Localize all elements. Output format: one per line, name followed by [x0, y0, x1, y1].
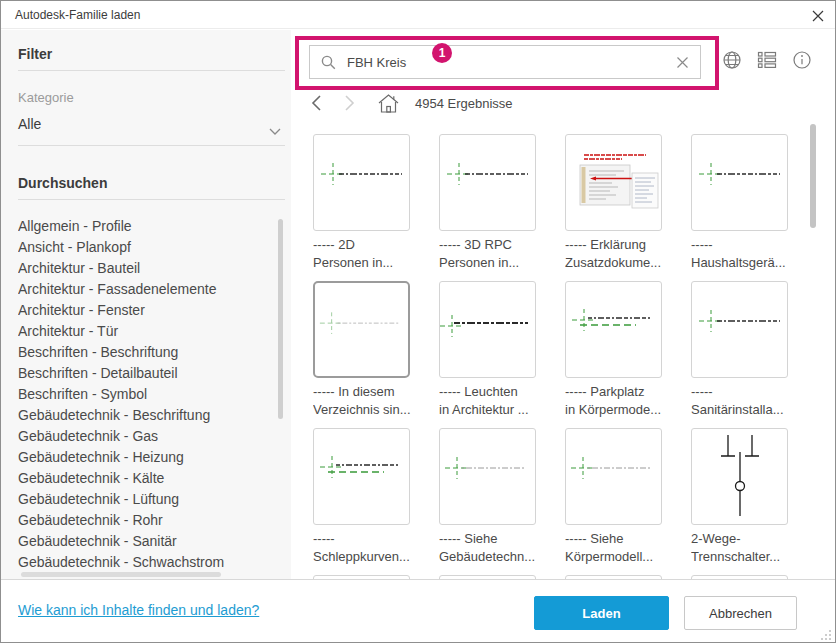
results-count: 4954 Ergebnisse: [415, 96, 513, 111]
family-caption-line: in Körpermode...: [565, 401, 677, 419]
family-caption-line: Zusatzdokume...: [565, 254, 677, 272]
family-caption-line: Verzeichnis sin...: [313, 401, 425, 419]
forward-icon[interactable]: [343, 93, 361, 113]
family-caption: -----Schleppkurven...: [313, 530, 425, 566]
load-autodesk-family-dialog: Autodesk-Familie laden Filter Kategorie …: [0, 0, 836, 643]
divider: [18, 70, 285, 71]
back-icon[interactable]: [309, 93, 327, 113]
sidebar-category-item[interactable]: Architektur - Tür: [18, 321, 277, 342]
sidebar-category-item[interactable]: Gebäudetechnik - Sanitär: [18, 531, 277, 552]
family-thumbnail[interactable]: [691, 428, 788, 525]
sidebar-category-item[interactable]: Gebäudetechnik - Schwachstrom: [18, 552, 277, 571]
sidebar-category-item[interactable]: Gebäudetechnik - Gas: [18, 426, 277, 447]
family-card[interactable]: -----Haushaltsgerä...: [691, 134, 788, 272]
family-caption-line: ----- Parkplatz: [565, 383, 677, 401]
family-caption-line: Schleppkurven...: [313, 548, 425, 566]
family-caption-line: ----- Siehe: [565, 530, 677, 548]
clear-search-icon[interactable]: [675, 55, 690, 70]
family-caption-line: 2-Wege-: [691, 530, 803, 548]
view-toolbar: [722, 50, 812, 70]
sidebar-category-item[interactable]: Gebäudetechnik - Heizung: [18, 447, 277, 468]
family-caption-line: ----- In diesem: [313, 383, 425, 401]
family-caption: ----- 3D RPCPersonen in...: [439, 236, 551, 272]
search-icon: [320, 54, 337, 71]
family-caption-line: Personen in...: [313, 254, 425, 272]
family-caption: ----- 2DPersonen in...: [313, 236, 425, 272]
sidebar-category-item[interactable]: Gebäudetechnik - Beschriftung: [18, 405, 277, 426]
sidebar-category-item[interactable]: Gebäudetechnik - Kälte: [18, 468, 277, 489]
dialog-footer: Wie kann ich Inhalte finden und laden? L…: [1, 579, 835, 642]
family-thumbnail[interactable]: [691, 281, 788, 378]
family-caption: ----- SieheKörpermodell...: [565, 530, 677, 566]
family-thumbnail[interactable]: [439, 134, 536, 231]
family-caption: ----- Leuchtenin Architektur ...: [439, 383, 551, 419]
results-grid-wrap: ----- 2DPersonen in...----- 3D RPCPerson…: [291, 121, 809, 579]
category-list: Allgemein - ProfileAnsicht - PlankopfArc…: [18, 216, 277, 571]
family-thumbnail[interactable]: [313, 428, 410, 525]
filter-heading: Filter: [18, 46, 52, 62]
family-card[interactable]: 2-Wege-Trennschalter...: [691, 428, 788, 566]
web-library-globe-icon[interactable]: [722, 50, 742, 70]
sidebar-category-item[interactable]: Architektur - Fenster: [18, 300, 277, 321]
kategorie-dropdown[interactable]: Alle: [18, 116, 285, 140]
durchsuchen-heading: Durchsuchen: [18, 175, 107, 191]
chevron-down-icon: [269, 123, 281, 139]
family-thumbnail[interactable]: [439, 281, 536, 378]
family-thumbnail[interactable]: [439, 428, 536, 525]
family-caption-line: Gebäudetechn...: [439, 548, 551, 566]
family-caption: 2-Wege-Trennschalter...: [691, 530, 803, 566]
callout-badge-1: 1: [432, 43, 452, 63]
family-card[interactable]: -----Schleppkurven...: [313, 428, 410, 566]
navigation-row: 4954 Ergebnisse: [309, 91, 513, 115]
search-input[interactable]: [345, 54, 675, 71]
family-caption-line: ----- 3D RPC: [439, 236, 551, 254]
sidebar-category-item[interactable]: Gebäudetechnik - Lüftung: [18, 489, 277, 510]
family-card[interactable]: ----- 2DPersonen in...: [313, 134, 410, 272]
results-grid: ----- 2DPersonen in...----- 3D RPCPerson…: [291, 121, 809, 579]
close-icon[interactable]: [811, 9, 825, 23]
family-caption: ----- Parkplatzin Körpermode...: [565, 383, 677, 419]
family-caption-line: in Architektur ...: [439, 401, 551, 419]
home-icon[interactable]: [377, 92, 401, 114]
sidebar-category-item[interactable]: Beschriften - Symbol: [18, 384, 277, 405]
cancel-button[interactable]: Abbrechen: [684, 596, 797, 630]
sidebar-horizontal-scrollbar[interactable]: [21, 572, 221, 577]
divider: [18, 199, 285, 200]
family-card[interactable]: ----- SieheGebäudetechn...: [439, 428, 536, 566]
family-card[interactable]: ----- In diesemVerzeichnis sin...: [313, 281, 410, 419]
family-thumbnail[interactable]: [565, 428, 662, 525]
family-caption-line: ----- 2D: [313, 236, 425, 254]
info-icon[interactable]: [792, 50, 812, 70]
sidebar-category-item[interactable]: Architektur - Fassadenelemente: [18, 279, 277, 300]
family-caption-line: -----: [313, 530, 425, 548]
family-caption-line: -----: [691, 236, 803, 254]
grid-vertical-scrollbar[interactable]: [810, 124, 816, 228]
load-button[interactable]: Laden: [534, 596, 669, 630]
family-caption-line: ----- Siehe: [439, 530, 551, 548]
family-thumbnail[interactable]: [313, 281, 410, 378]
sidebar-category-item[interactable]: Architektur - Bauteil: [18, 258, 277, 279]
sidebar-category-item[interactable]: Gebäudetechnik - Rohr: [18, 510, 277, 531]
divider: [18, 145, 285, 146]
sidebar-category-item[interactable]: Ansicht - Plankopf: [18, 237, 277, 258]
family-card[interactable]: ----- 3D RPCPersonen in...: [439, 134, 536, 272]
family-thumbnail[interactable]: [565, 281, 662, 378]
family-thumbnail[interactable]: [691, 134, 788, 231]
sidebar-category-item[interactable]: Allgemein - Profile: [18, 216, 277, 237]
filter-sidebar: Filter Kategorie Alle Durchsuchen Allgem…: [1, 30, 291, 579]
family-card[interactable]: ----- SieheKörpermodell...: [565, 428, 662, 566]
family-thumbnail[interactable]: [565, 134, 662, 231]
sidebar-category-item[interactable]: Beschriften - Detailbauteil: [18, 363, 277, 384]
family-card[interactable]: ----- Leuchtenin Architektur ...: [439, 281, 536, 419]
family-card[interactable]: ----- ErklärungZusatzdokume...: [565, 134, 662, 272]
sidebar-vertical-scrollbar[interactable]: [278, 219, 283, 419]
family-card[interactable]: -----Sanitärinstalla...: [691, 281, 788, 419]
family-thumbnail[interactable]: [313, 134, 410, 231]
resize-grip[interactable]: [820, 627, 832, 639]
list-view-icon[interactable]: [757, 50, 777, 70]
family-card[interactable]: ----- Parkplatzin Körpermode...: [565, 281, 662, 419]
sidebar-category-item[interactable]: Beschriften - Beschriftung: [18, 342, 277, 363]
help-link[interactable]: Wie kann ich Inhalte finden und laden?: [18, 602, 259, 618]
dialog-title: Autodesk-Familie laden: [15, 1, 140, 29]
family-caption: -----Haushaltsgerä...: [691, 236, 803, 272]
